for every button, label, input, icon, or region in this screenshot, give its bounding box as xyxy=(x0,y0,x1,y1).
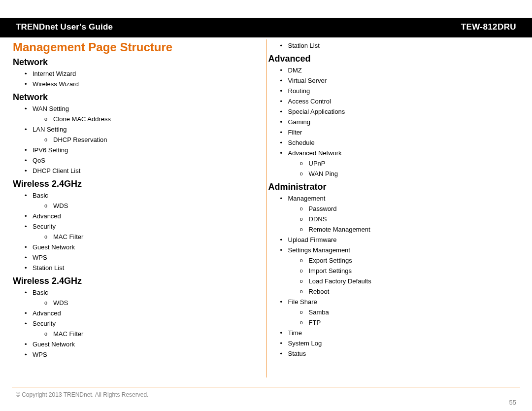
list-item: Internet Wizard xyxy=(33,68,261,79)
list-item-label: Wireless Wizard xyxy=(33,80,79,88)
list-item-label: Advanced Network xyxy=(288,149,342,157)
list-item-label: Settings Management xyxy=(288,246,350,254)
sub-list-item: Export Settings xyxy=(309,255,517,266)
sub-list-item-label: Load Factory Defaults xyxy=(309,277,371,285)
sub-list-item: Import Settings xyxy=(309,266,517,276)
list-item-label: WPS xyxy=(33,254,47,261)
list-item-label: Station List xyxy=(288,42,320,49)
sub-list-item: DDNS xyxy=(309,214,517,224)
right-column: Station ListAdvancedDMZVirtual ServerRou… xyxy=(266,35,522,380)
list-item-label: System Log xyxy=(288,340,322,347)
sub-list-item-label: WDS xyxy=(53,202,68,209)
list-item-label: Security xyxy=(33,223,56,230)
sub-list-item-label: Password xyxy=(309,205,337,212)
bullet-list: BasicWDSAdvancedSecurityMAC FilterGuest … xyxy=(13,287,261,360)
bullet-list: DMZVirtual ServerRoutingAccess ControlSp… xyxy=(268,65,517,179)
list-item: Time xyxy=(288,328,517,338)
sub-list-item: Samba xyxy=(309,307,517,317)
sub-list-item-label: DDNS xyxy=(309,215,327,223)
section-title: Wireless 2.4GHz xyxy=(13,179,261,189)
sub-list: Export SettingsImport SettingsLoad Facto… xyxy=(288,255,517,297)
sub-list-item: MAC Filter xyxy=(53,232,261,242)
list-item-label: Advanced xyxy=(33,212,61,220)
list-item-label: Routing xyxy=(288,87,310,95)
list-item-label: Basic xyxy=(33,192,48,199)
list-item: ManagementPasswordDDNSRemote Management xyxy=(288,193,517,235)
list-item: Advanced NetworkUPnPWAN Ping xyxy=(288,148,517,179)
list-item-label: DMZ xyxy=(288,67,302,74)
sub-list-item-label: UPnP xyxy=(309,160,326,167)
sub-list-item-label: Reboot xyxy=(309,288,330,295)
section-title: Network xyxy=(13,92,261,103)
list-item: Gaming xyxy=(288,117,517,127)
list-item-label: Schedule xyxy=(288,139,315,146)
list-item: Routing xyxy=(288,86,517,96)
list-item: BasicWDS xyxy=(33,190,261,211)
footer-rule xyxy=(12,387,520,387)
sub-list-item: WDS xyxy=(53,298,261,308)
list-item: Station List xyxy=(288,40,517,51)
list-item: Station List xyxy=(33,263,261,273)
sub-list: WDS xyxy=(33,201,261,211)
sub-list-item: Remote Management xyxy=(309,224,517,235)
list-item-label: Access Control xyxy=(288,98,331,105)
list-item-label: Status xyxy=(288,350,306,357)
list-item: Schedule xyxy=(288,137,517,148)
list-item: DMZ xyxy=(288,65,517,75)
sub-list-item-label: Import Settings xyxy=(309,267,352,274)
list-item-label: Internet Wizard xyxy=(33,70,76,77)
sub-list-item: Load Factory Defaults xyxy=(309,276,517,286)
page: TRENDnet User's Guide TEW-812DRU Managem… xyxy=(0,0,532,411)
list-item: QoS xyxy=(33,155,261,166)
bullet-list: ManagementPasswordDDNSRemote ManagementU… xyxy=(268,193,517,359)
sub-list-item: FTP xyxy=(309,317,517,328)
section-title: Advanced xyxy=(268,54,517,64)
sub-list: SambaFTP xyxy=(288,307,517,328)
copyright: © Copyright 2013 TRENDnet. All Rights Re… xyxy=(16,391,148,398)
list-item-label: WAN Setting xyxy=(33,105,69,112)
sub-list-item-label: WDS xyxy=(53,299,68,307)
list-item: DHCP Client List xyxy=(33,166,261,176)
sub-list-item-label: MAC Filter xyxy=(53,233,83,240)
sub-list: DHCP Reservation xyxy=(33,135,261,145)
list-item-label: Upload Firmware xyxy=(288,236,337,243)
list-item-label: Basic xyxy=(33,289,48,296)
sub-list: UPnPWAN Ping xyxy=(288,158,517,179)
section-title: Wireless 2.4GHz xyxy=(13,276,261,286)
list-item: SecurityMAC Filter xyxy=(33,318,261,339)
sub-list-item-label: FTP xyxy=(309,319,321,326)
sub-list-item: WDS xyxy=(53,201,261,211)
list-item: WPS xyxy=(33,252,261,263)
list-item: Advanced xyxy=(33,308,261,318)
list-item-label: File Share xyxy=(288,298,317,306)
bullet-list: Station List xyxy=(268,40,517,51)
list-item-label: Security xyxy=(33,320,56,327)
list-item: WAN SettingClone MAC Address xyxy=(33,103,261,124)
page-number: 55 xyxy=(509,399,516,406)
list-item: Status xyxy=(288,348,517,359)
list-item-label: Advanced xyxy=(33,309,61,317)
list-item-label: WPS xyxy=(33,351,47,358)
sub-list-item: WAN Ping xyxy=(309,169,517,179)
list-item: BasicWDS xyxy=(33,287,261,308)
list-item: Filter xyxy=(288,127,517,137)
list-item: WPS xyxy=(33,349,261,360)
model-number: TEW-812DRU xyxy=(461,22,516,32)
list-item: Wireless Wizard xyxy=(33,79,261,89)
list-item: LAN SettingDHCP Reservation xyxy=(33,124,261,145)
list-item-label: Guest Network xyxy=(33,243,75,251)
sub-list-item-label: DHCP Reservation xyxy=(53,136,107,143)
section-title: Network xyxy=(13,57,261,68)
content-area: Management Page Structure NetworkInterne… xyxy=(11,35,521,380)
list-item-label: Gaming xyxy=(288,118,311,126)
sub-list-item-label: MAC Filter xyxy=(53,330,83,338)
sub-list-item-label: Clone MAC Address xyxy=(53,115,111,123)
list-item: Advanced xyxy=(33,211,261,221)
list-item: Virtual Server xyxy=(288,75,517,86)
sub-list: WDS xyxy=(33,298,261,308)
sub-list-item: DHCP Reservation xyxy=(53,135,261,145)
sub-list-item-label: WAN Ping xyxy=(309,170,338,177)
list-item-label: Station List xyxy=(33,264,64,272)
sub-list-item: Password xyxy=(309,204,517,214)
list-item: Settings ManagementExport SettingsImport… xyxy=(288,245,517,297)
